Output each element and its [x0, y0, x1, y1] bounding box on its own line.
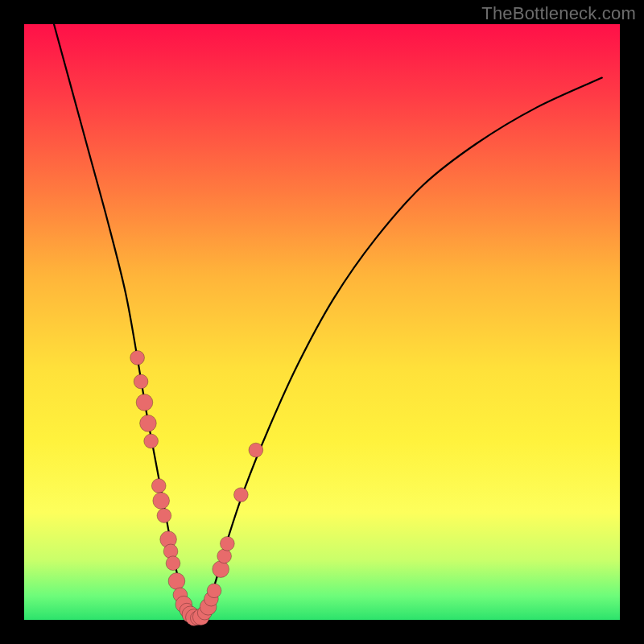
scatter-dot	[136, 394, 153, 411]
scatter-dot	[153, 493, 170, 510]
scatter-dot	[207, 584, 221, 598]
scatter-dot	[140, 415, 157, 431]
chart-stage: TheBottleneck.com	[0, 0, 644, 644]
scatter-dots	[130, 351, 263, 626]
scatter-dot	[157, 509, 171, 523]
scatter-dot	[144, 434, 159, 448]
scatter-dot	[151, 479, 166, 493]
scatter-dot	[217, 549, 232, 564]
scatter-dot	[220, 536, 234, 551]
scatter-dot	[249, 443, 263, 457]
chart-overlay	[24, 24, 620, 620]
scatter-dot	[213, 561, 229, 578]
scatter-dot	[233, 488, 248, 502]
bottleneck-curve	[54, 24, 602, 620]
scatter-dot	[166, 556, 180, 571]
watermark-text: TheBottleneck.com	[481, 3, 636, 24]
scatter-dot	[130, 351, 145, 365]
scatter-dot	[134, 374, 148, 389]
scatter-dot	[168, 573, 185, 590]
